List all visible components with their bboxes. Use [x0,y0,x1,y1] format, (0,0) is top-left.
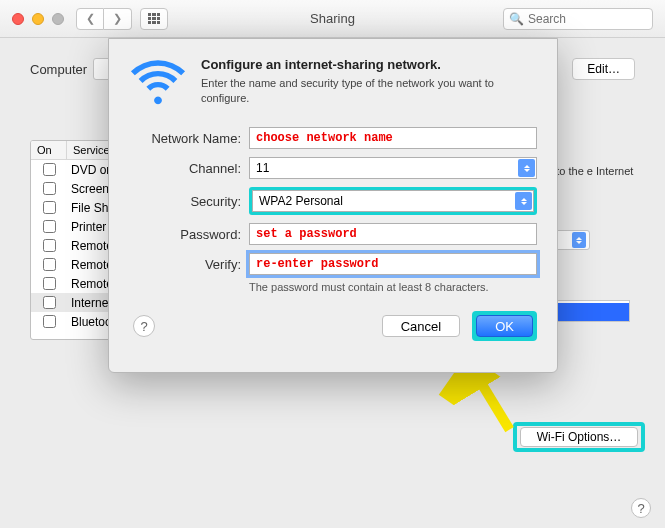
preferences-window: ❮ ❯ Sharing 🔍 Computer Edit… On Service … [0,0,665,528]
wifi-icon [129,57,187,111]
forward-button[interactable]: ❯ [104,8,132,30]
show-all-button[interactable] [140,8,168,30]
service-checkbox[interactable] [43,220,56,233]
updown-icon [572,232,586,248]
service-checkbox[interactable] [43,182,56,195]
col-on: On [31,141,67,159]
wifi-options-button[interactable]: Wi-Fi Options… [520,427,638,447]
channel-label: Channel: [129,161,241,176]
window-title: Sharing [310,11,355,26]
service-checkbox[interactable] [43,277,56,290]
service-checkbox[interactable] [43,315,56,328]
security-label: Security: [129,194,241,209]
security-highlight: WPA2 Personal [249,187,537,215]
traffic-lights [12,13,64,25]
edit-button[interactable]: Edit… [572,58,635,80]
service-checkbox[interactable] [43,258,56,271]
verify-password-input[interactable] [249,253,537,275]
svg-line-1 [457,370,525,430]
close-window-button[interactable] [12,13,24,25]
ok-highlight: OK [472,311,537,341]
password-input[interactable] [249,223,537,245]
service-checkbox[interactable] [43,239,56,252]
security-dropdown[interactable]: WPA2 Personal [252,190,534,212]
sheet-help-button[interactable]: ? [133,315,155,337]
service-checkbox[interactable] [43,296,56,309]
minimize-window-button[interactable] [32,13,44,25]
updown-icon [518,159,535,177]
network-name-input[interactable] [249,127,537,149]
service-checkbox[interactable] [43,163,56,176]
help-button[interactable]: ? [631,498,651,518]
zoom-window-button[interactable] [52,13,64,25]
titlebar: ❮ ❯ Sharing 🔍 [0,0,665,38]
sheet-title: Configure an internet-sharing network. [201,57,537,72]
password-hint: The password must contain at least 8 cha… [249,281,537,293]
sheet-subtitle: Enter the name and security type of the … [201,76,537,106]
computer-name-label: Computer [30,62,87,77]
ok-button[interactable]: OK [476,315,533,337]
grid-icon [148,13,160,25]
nav-buttons: ❮ ❯ [76,8,132,30]
updown-icon [515,192,532,210]
password-label: Password: [129,227,241,242]
network-name-label: Network Name: [129,131,241,146]
back-button[interactable]: ❮ [76,8,104,30]
verify-label: Verify: [129,257,241,272]
search-input[interactable] [503,8,653,30]
wifi-options-highlight: Wi-Fi Options… [513,422,645,452]
channel-dropdown[interactable]: 11 [249,157,537,179]
service-checkbox[interactable] [43,201,56,214]
cancel-button[interactable]: Cancel [382,315,460,337]
search-icon: 🔍 [509,12,524,26]
internet-sharing-sheet: Configure an internet-sharing network. E… [108,38,558,373]
